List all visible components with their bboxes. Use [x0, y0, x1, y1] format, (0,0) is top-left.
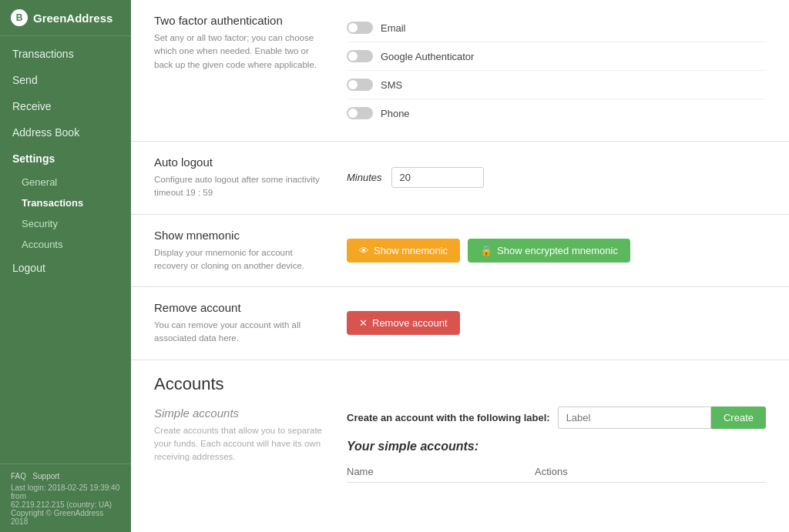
show-mnemonic-row: Show mnemonic Display your mnemonic for …	[154, 229, 766, 273]
remove-account-button[interactable]: ✕ Remove account	[347, 311, 460, 335]
show-mnemonic-section: Show mnemonic Display your mnemonic for …	[131, 215, 789, 288]
auto-logout-desc: Configure auto logout after some inactiv…	[154, 173, 324, 200]
sidebar-logo: B GreenAddress	[0, 0, 131, 36]
simple-accounts-desc: Create accounts that allow you to separa…	[154, 424, 324, 464]
toggle-email-label: Email	[381, 22, 406, 34]
accounts-table: Name Actions	[347, 461, 766, 483]
create-account-button[interactable]: Create	[711, 407, 766, 429]
toggle-email-row: Email	[347, 14, 766, 42]
toggle-google-label: Google Authenticator	[381, 51, 474, 62]
simple-accounts-title: Simple accounts	[154, 407, 324, 420]
simple-accounts-row: Simple accounts Create accounts that all…	[154, 407, 766, 483]
lock-icon: 🔒	[480, 245, 492, 256]
create-input-group: Create	[558, 407, 766, 429]
auto-logout-section: Auto logout Configure auto logout after …	[131, 142, 789, 215]
col-actions: Actions	[535, 461, 766, 483]
show-mnemonic-label: Show mnemonic	[374, 245, 448, 256]
footer-links: FAQ Support	[11, 472, 120, 480]
create-account-row: Create an account with the following lab…	[347, 407, 766, 429]
auto-logout-row: Auto logout Configure auto logout after …	[154, 156, 766, 200]
show-mnemonic-left: Show mnemonic Display your mnemonic for …	[154, 229, 324, 273]
create-label: Create an account with the following lab…	[347, 412, 550, 423]
toggle-phone-label: Phone	[381, 108, 410, 119]
copyright-text: Copyright © GreenAddress 2018	[11, 509, 120, 526]
sidebar-item-send[interactable]: Send	[0, 67, 131, 93]
mnemonic-buttons: 👁 Show mnemonic 🔒 Show encrypted mnemoni…	[347, 239, 766, 263]
sidebar-item-address-book[interactable]: Address Book	[0, 119, 131, 146]
show-mnemonic-right: 👁 Show mnemonic 🔒 Show encrypted mnemoni…	[347, 229, 766, 273]
remove-account-left: Remove account You can remove your accou…	[154, 301, 324, 346]
ip-text: 62.219.212.215 (country: UA)	[11, 500, 120, 509]
sidebar-item-receive[interactable]: Receive	[0, 93, 131, 119]
simple-accounts-left: Simple accounts Create accounts that all…	[154, 407, 324, 483]
faq-link[interactable]: FAQ	[11, 472, 26, 480]
toggle-sms-label: SMS	[381, 79, 402, 91]
remove-account-section: Remove account You can remove your accou…	[131, 287, 789, 360]
label-input[interactable]	[558, 407, 711, 429]
remove-account-desc: You can remove your account with all ass…	[154, 319, 324, 346]
table-header-row: Name Actions	[347, 461, 766, 483]
times-icon: ✕	[359, 317, 368, 329]
sidebar-item-logout[interactable]: Logout	[0, 255, 131, 281]
minutes-label: Minutes	[347, 172, 382, 183]
support-link[interactable]: Support	[32, 472, 59, 480]
toggle-google-row: Google Authenticator	[347, 42, 766, 71]
two-factor-row: Two factor authentication Set any or all…	[154, 14, 766, 127]
two-factor-section: Two factor authentication Set any or all…	[131, 0, 789, 142]
show-encrypted-mnemonic-button[interactable]: 🔒 Show encrypted mnemonic	[468, 239, 630, 263]
toggle-google[interactable]	[347, 50, 373, 62]
remove-account-right: ✕ Remove account	[347, 301, 766, 346]
two-factor-desc: Set any or all two factor; you can choos…	[154, 32, 324, 72]
col-name: Name	[347, 461, 535, 483]
brand-name: GreenAddress	[33, 12, 112, 25]
settings-subnav: General Transactions Security Accounts	[0, 172, 131, 255]
toggle-sms-row: SMS	[347, 71, 766, 99]
show-mnemonic-button[interactable]: 👁 Show mnemonic	[347, 239, 460, 263]
auto-logout-title: Auto logout	[154, 156, 324, 169]
show-encrypted-label: Show encrypted mnemonic	[497, 245, 618, 256]
minutes-input[interactable]	[391, 167, 484, 188]
last-login-text: Last login: 2018-02-25 19:39:40 from	[11, 483, 120, 500]
sidebar: B GreenAddress Transactions Send Receive…	[0, 0, 131, 532]
sidebar-nav: Transactions Send Receive Address Book S…	[0, 36, 131, 463]
simple-accounts-section: Simple accounts Create accounts that all…	[131, 399, 789, 497]
sidebar-item-transactions[interactable]: Transactions	[0, 41, 131, 67]
sidebar-item-transactions-sub[interactable]: Transactions	[0, 192, 131, 213]
main-content: Two factor authentication Set any or all…	[131, 0, 789, 532]
sidebar-item-settings[interactable]: Settings	[0, 146, 131, 172]
two-factor-left: Two factor authentication Set any or all…	[154, 14, 324, 127]
two-factor-right: Email Google Authenticator SMS Phone	[347, 14, 766, 127]
simple-accounts-right: Create an account with the following lab…	[347, 407, 766, 483]
logo-icon: B	[11, 9, 28, 26]
your-simple-accounts-label: Your simple accounts:	[347, 440, 766, 453]
toggle-email[interactable]	[347, 22, 373, 34]
sidebar-item-accounts[interactable]: Accounts	[0, 234, 131, 255]
sidebar-item-general[interactable]: General	[0, 172, 131, 192]
toggle-phone[interactable]	[347, 107, 373, 119]
toggle-sms[interactable]	[347, 79, 373, 91]
remove-account-label: Remove account	[372, 317, 448, 329]
accounts-title: Accounts	[131, 360, 789, 399]
sidebar-footer: FAQ Support Last login: 2018-02-25 19:39…	[0, 463, 131, 532]
auto-logout-right: Minutes	[347, 156, 766, 200]
show-mnemonic-desc: Display your mnemonic for account recove…	[154, 246, 324, 273]
remove-account-row: Remove account You can remove your accou…	[154, 301, 766, 346]
eye-icon: 👁	[359, 245, 369, 256]
show-mnemonic-title: Show mnemonic	[154, 229, 324, 242]
two-factor-title: Two factor authentication	[154, 14, 324, 27]
auto-logout-input-row: Minutes	[347, 167, 766, 188]
sidebar-item-security[interactable]: Security	[0, 213, 131, 234]
remove-account-title: Remove account	[154, 301, 324, 314]
remove-account-btn-wrapper: ✕ Remove account	[347, 311, 766, 335]
toggle-phone-row: Phone	[347, 99, 766, 127]
auto-logout-left: Auto logout Configure auto logout after …	[154, 156, 324, 200]
